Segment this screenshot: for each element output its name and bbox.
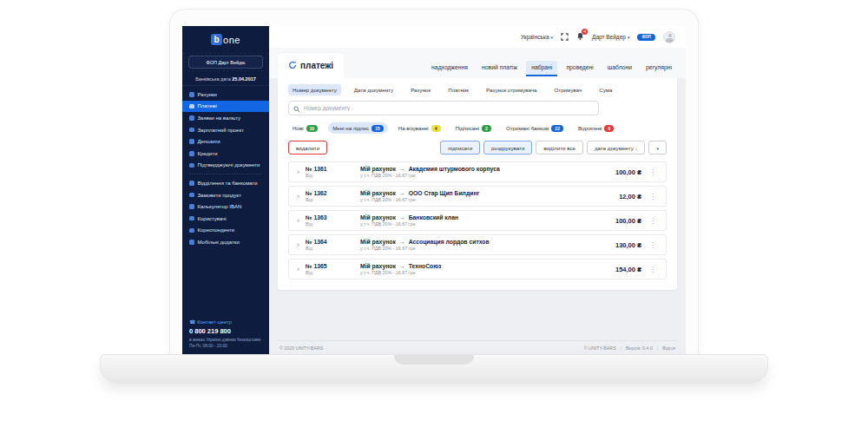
payments-icon [189, 104, 194, 109]
sidebar-item[interactable]: Замовити продукт [182, 189, 269, 201]
filter-chip[interactable]: Платник [444, 84, 473, 95]
search-input[interactable] [304, 105, 594, 111]
sidebar-item[interactable]: Відділення та банкомати [182, 177, 269, 189]
vat-note: у т.ч. ПДВ 20% - 16.67 грн [360, 270, 583, 275]
order-product-icon [189, 193, 194, 198]
select-all-button[interactable]: виділити все [536, 141, 583, 155]
table-row[interactable]: › № 1361 Від: Мій рахунок → Академ [288, 161, 667, 182]
chevron-right-icon[interactable]: › [297, 193, 299, 201]
filter-chip[interactable]: Отримувач [550, 84, 587, 95]
page-title: платежі [300, 61, 333, 70]
payments-list: › № 1361 Від: Мій рахунок → Академ [288, 161, 667, 279]
doc-number: № 1365 [306, 263, 354, 269]
status-filter[interactable]: Підписані 2 [451, 122, 496, 134]
amount: 12,00 ₴ [589, 193, 641, 201]
sidebar-item[interactable]: Платежі [182, 101, 269, 113]
status-filter[interactable]: Відхилені 0 [574, 122, 618, 134]
tab[interactable]: надходження [426, 61, 473, 76]
doc-from-label: Від: [306, 173, 354, 178]
chevron-right-icon[interactable]: › [297, 266, 299, 273]
company-selector[interactable]: ФОП Дарт Вейдю [188, 56, 263, 69]
tab[interactable]: новий платіж [477, 61, 523, 76]
chevron-right-icon[interactable]: › [297, 217, 299, 225]
sidebar-item[interactable]: Депозити [182, 135, 269, 148]
avatar[interactable] [663, 31, 675, 43]
delete-button[interactable]: видалити [288, 141, 327, 155]
count-badge: 15 [372, 125, 384, 132]
page: b one ФОП Дарт Вейдю Банківська дата 25.… [0, 0, 868, 434]
banking-date: Банківська дата 25.04.2017 [182, 72, 269, 86]
sidebar-item[interactable]: Мобільні додатки [182, 236, 269, 248]
filter-chip[interactable]: Сума [595, 84, 616, 95]
contact-phone: 0 800 219 800 [189, 327, 262, 335]
status-filter[interactable]: На візуванні 4 [394, 122, 445, 134]
sort-button[interactable]: дата документу ↓ [587, 141, 646, 155]
sidebar-item[interactable]: Рахунки [182, 89, 269, 101]
contact-block: ☎ Контакт-центр 0 800 219 800 в межах Ук… [182, 313, 269, 356]
status-filter[interactable]: Нові 10 [288, 122, 322, 134]
users-icon [189, 216, 194, 221]
kebab-menu-icon[interactable]: ⋮ [648, 193, 658, 201]
doc-number: № 1363 [306, 214, 354, 220]
kebab-menu-icon[interactable]: ⋮ [648, 168, 658, 176]
kebab-menu-icon[interactable]: ⋮ [648, 241, 658, 249]
kebab-menu-icon[interactable]: ⋮ [648, 217, 658, 225]
vat-note: у т.ч. ПДВ 20% - 16.67 грн [360, 197, 583, 202]
chevron-right-icon[interactable]: › [297, 241, 299, 249]
payer-account: Мій рахунок [360, 263, 396, 269]
content: Номер документу Дата документу Рахунок П… [269, 78, 686, 356]
iban-calculator-icon [189, 204, 194, 209]
filter-chip[interactable]: Номер документу [288, 84, 341, 95]
sync-icon[interactable] [288, 57, 297, 73]
filter-chip[interactable]: Дата документу [350, 84, 398, 95]
fullscreen-icon[interactable] [561, 33, 569, 41]
sidebar-item[interactable]: Підтверджуючі документи [182, 160, 269, 172]
sign-button[interactable]: підписати [440, 141, 480, 155]
sidebar-item[interactable]: Калькулятор IBAN [182, 201, 269, 213]
count-badge: 2 [482, 125, 491, 132]
salary-icon [189, 128, 194, 133]
kebab-menu-icon[interactable]: ⋮ [648, 266, 658, 273]
sidebar-menu: Рахунки Платежі Заявки на валюту [182, 89, 269, 248]
sort-dropdown-button[interactable]: ▾ [648, 141, 667, 155]
notifications-bell-icon[interactable]: 4 [576, 32, 584, 42]
tab[interactable]: набрані [526, 61, 557, 76]
arrow-down-icon: ↓ [635, 146, 637, 151]
tab[interactable]: регулярні [641, 61, 677, 76]
arrow-right-icon: → [399, 190, 405, 196]
doc-from-label: Від: [306, 197, 354, 202]
payer-account: Мій рахунок [360, 214, 396, 220]
table-row[interactable]: › № 1362 Від: Мій рахунок → ООО Ст [288, 186, 667, 207]
deposits-icon [189, 139, 194, 144]
filter-chip[interactable]: Рахунок [406, 84, 435, 95]
language-selector[interactable]: Українська ▾ [521, 34, 553, 40]
table-row[interactable]: › № 1365 Від: Мій рахунок → ТехноС [288, 259, 667, 279]
table-row[interactable]: › № 1364 Від: Мій рахунок → Ассоци [288, 234, 667, 255]
sidebar-item[interactable]: Користувачі [182, 213, 269, 225]
contact-center-link[interactable]: ☎ Контакт-центр [189, 319, 262, 325]
app-screen: b one ФОП Дарт Вейдю Банківська дата 25.… [182, 26, 686, 356]
tab[interactable]: проведені [561, 61, 598, 76]
filter-chip[interactable]: Рахунок отримувача [482, 84, 541, 95]
count-badge: 22 [551, 125, 563, 132]
mobile-apps-icon [189, 240, 194, 245]
sidebar-item[interactable]: Кореспонденти [182, 225, 269, 237]
sidebar-item[interactable]: Зарплатний проект [182, 124, 269, 136]
chevron-right-icon[interactable]: › [297, 168, 299, 176]
user-menu[interactable]: Дарт Вейдер ▾ [592, 34, 629, 40]
status-filter[interactable]: Отримані банком 22 [502, 122, 568, 134]
count-badge: 0 [604, 125, 614, 132]
bank-logo: b one [182, 26, 269, 51]
accounts-icon [189, 92, 194, 97]
arrow-right-icon: → [399, 214, 405, 220]
footer-feedback-link[interactable]: Відгук [662, 345, 675, 351]
tab[interactable]: шаблони [602, 61, 637, 76]
sidebar-item[interactable]: Заявки на валюту [182, 112, 269, 124]
status-filter[interactable]: Мені на підпис 15 [328, 122, 388, 134]
sidebar-item[interactable]: Кредити [182, 148, 269, 160]
print-button[interactable]: роздрукувати [483, 141, 532, 155]
amount: 130,00 ₴ [589, 241, 641, 249]
table-row[interactable]: › № 1363 Від: Мій рахунок → Банков [288, 210, 667, 231]
chevron-down-icon: ▾ [628, 35, 630, 40]
user-type-badge: ФОП [637, 34, 655, 41]
